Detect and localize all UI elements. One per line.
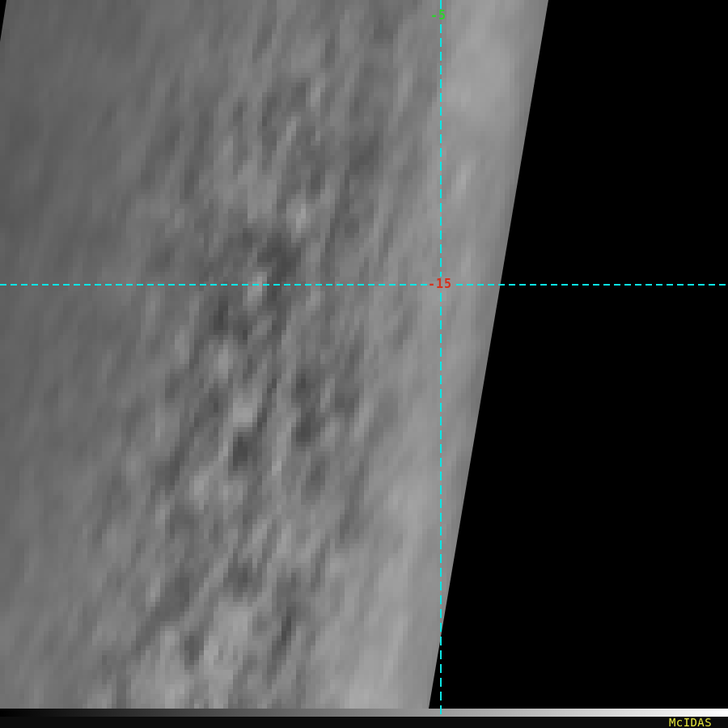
- mcidas-frame: -5 -15 10001 NOAA-18 1 26 OCT 15299 0512…: [0, 0, 728, 728]
- latitude-label-top: -5: [430, 10, 447, 22]
- status-bar: 10001 NOAA-18 1 26 OCT 15299 051200 1133…: [0, 717, 728, 728]
- longitude-crosshair-line-bottom: [440, 293, 442, 717]
- latitude-crosshair-line-right: [456, 284, 728, 286]
- mcidas-brand-label: McIDAS: [669, 717, 712, 728]
- status-bar-left: 10001 NOAA-18 1 26 OCT 15299 051200 1133…: [8, 717, 464, 728]
- latitude-crosshair-line-left: [0, 284, 429, 286]
- satellite-image-canvas[interactable]: [0, 0, 728, 709]
- longitude-crosshair-line-middle: [440, 24, 442, 277]
- latitude-label-cursor: -15: [428, 278, 452, 290]
- grayscale-colorbar: [0, 709, 728, 717]
